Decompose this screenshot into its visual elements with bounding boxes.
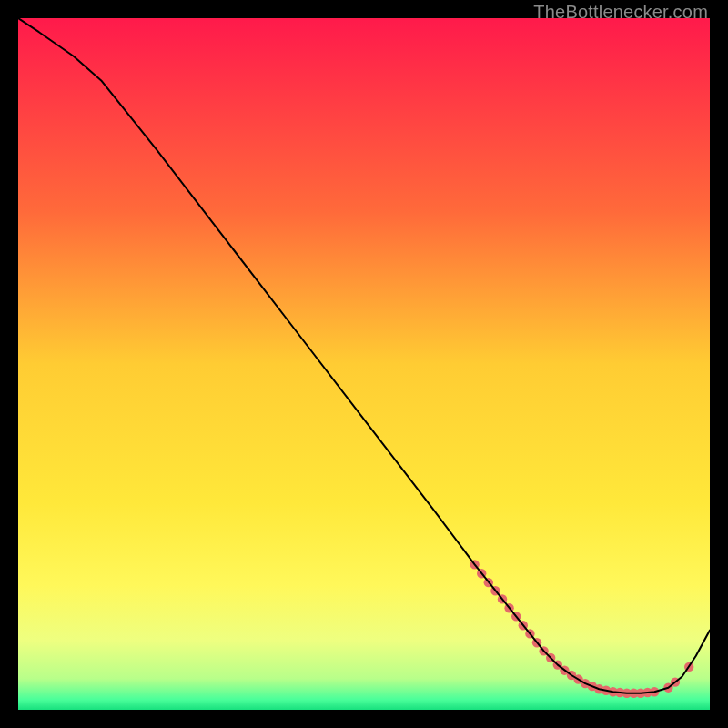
watermark-text: TheBottlenecker.com [533,2,708,23]
chart-background [18,18,710,710]
bottleneck-chart [18,18,710,710]
chart-frame [18,18,710,710]
